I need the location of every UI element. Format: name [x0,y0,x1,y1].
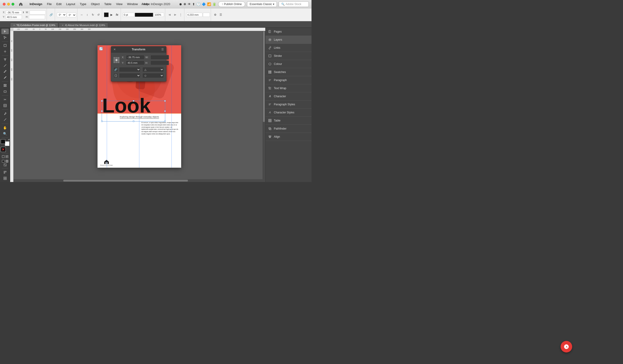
flip-h-icon[interactable]: ↔ [79,12,84,17]
measure-tool[interactable] [1,117,9,122]
transform-shear-select[interactable]: △ [142,67,164,72]
grid-icon[interactable] [1,175,9,181]
panel-pathfinder[interactable]: Pathfinder [266,125,312,133]
menu-layout[interactable]: Layout [64,1,77,7]
origin-br[interactable] [118,61,119,63]
color-arrow-icon[interactable]: ▶ [109,12,114,17]
type-tool[interactable] [1,57,9,62]
minimize-button[interactable] [7,3,10,5]
spacing-field[interactable] [186,13,202,17]
panel-character-styles[interactable]: A Character Styles [266,108,312,117]
eyedropper-tool[interactable] [1,111,9,116]
scissors-tool[interactable]: ✂ [1,97,9,102]
fx-icon[interactable]: fx [115,12,120,17]
origin-bm[interactable] [115,61,117,63]
handle-bl[interactable] [101,121,103,122]
transform-rotate-select[interactable] [119,67,140,72]
menu-file[interactable]: File [44,1,54,7]
origin-tm[interactable] [115,57,117,59]
horizontal-scroll-thumb[interactable] [63,180,188,182]
panel-colour[interactable]: Colour [266,60,312,68]
shear-select[interactable]: 0° [67,13,76,17]
frame-tool[interactable] [1,83,9,88]
frame-light-icon[interactable] [3,163,7,167]
panel-text-wrap[interactable]: Text Wrap [266,84,312,92]
transform-scale-x-select[interactable] [119,73,140,78]
pen-tool[interactable] [1,69,9,74]
x-stepper-icon[interactable]: ⬆ [22,11,24,14]
stroke-field[interactable] [123,13,134,17]
foreground-color-chip[interactable] [1,139,5,144]
menu-window[interactable]: Window [125,1,140,7]
rotate-cw-icon[interactable]: ↻ [90,12,95,17]
maximize-button[interactable] [12,3,14,5]
origin-mm[interactable] [115,59,117,61]
hand-tool[interactable]: ✋ [1,125,9,130]
panel-align[interactable]: Align [266,133,312,141]
background-color-chip[interactable] [5,141,9,146]
stroke-color[interactable] [135,13,153,17]
x-field[interactable] [6,10,22,15]
color-preview[interactable] [203,13,210,17]
transform-menu-icon[interactable]: ☰ [161,48,164,51]
constrain-icon[interactable]: 🔗 [49,12,54,17]
settings-icon[interactable]: ⚙ [213,12,218,17]
link-badge-icon[interactable]: 🔗 [99,47,103,50]
normal-mode-icon[interactable] [2,155,5,158]
rotation-select[interactable]: 0° [57,12,66,17]
vertical-scrollbar[interactable] [263,31,265,182]
transform-y-input[interactable] [126,61,144,65]
origin-bl[interactable] [113,61,115,63]
traffic-lights[interactable] [3,3,14,5]
panel-layers[interactable]: Layers [266,36,312,44]
panel-paragraph-styles[interactable]: Paragraph Styles [266,101,312,108]
menu-view[interactable]: View [114,1,125,7]
panel-table[interactable]: Table [266,117,312,125]
align-distribute-icon[interactable] [1,170,9,175]
transform-close-icon[interactable]: ✕ [113,48,116,51]
publish-online-button[interactable]: ↑ Publish Online [218,1,245,7]
y-field[interactable] [6,15,22,19]
w-field[interactable] [30,10,46,15]
scale-field[interactable] [154,13,164,17]
h-field[interactable] [29,15,45,19]
rect-tool[interactable] [1,89,9,94]
panel-pages[interactable]: Pages [266,28,312,36]
transform-scale-y-select[interactable]: ◇ [142,73,164,78]
home-icon[interactable] [18,1,23,7]
tab-exhibition-poster[interactable]: ✕ *8) Exhibition Poster.indd @ 124% [10,23,58,27]
menu-object[interactable]: Object [89,1,102,7]
origin-tl[interactable] [113,57,115,59]
align-left-icon[interactable]: ⊲ [167,12,172,17]
list-icon[interactable]: ☰ [218,12,223,17]
panel-character[interactable]: A Character [266,92,312,101]
menu-edit[interactable]: Edit [54,1,64,7]
direct-select-tool[interactable] [1,35,9,40]
fill-color-swatch[interactable] [104,12,109,17]
tab-about-museum[interactable]: ✕ 4) About the Museum.indd @ 124% [59,23,108,27]
origin-tr[interactable] [118,57,119,59]
vertical-scroll-thumb[interactable] [263,31,265,122]
panel-stroke[interactable]: Stroke [266,52,312,60]
close-button[interactable] [3,3,5,5]
rotate-ccw-icon[interactable]: ↺ [96,12,101,17]
origin-ml[interactable] [113,59,115,61]
tab-close-icon-2[interactable]: ✕ [62,24,64,26]
transform-origin-grid[interactable] [113,57,119,63]
color-selector[interactable]: ⇌ [1,139,9,146]
menu-type[interactable]: Type [77,1,89,7]
frame-mid-icon[interactable] [5,160,9,163]
essentials-button[interactable]: Essentials Classic ▾ [247,1,277,7]
align-center-icon[interactable]: ⊳ [173,12,178,17]
transform-w-input[interactable] [151,55,169,60]
transform-h-input[interactable] [151,61,169,65]
page-tool[interactable] [1,43,9,48]
origin-mr[interactable] [118,59,119,61]
tab-close-icon[interactable]: ✕ [13,24,15,26]
menu-indesign[interactable]: InDesign [27,1,44,7]
panel-swatches[interactable]: Swatches [266,68,312,76]
fill-indicator[interactable]: ✕ [1,147,6,152]
horizontal-scrollbar[interactable] [13,179,263,182]
align-right-icon[interactable]: ⋮ [178,12,183,17]
select-tool[interactable] [1,29,9,34]
